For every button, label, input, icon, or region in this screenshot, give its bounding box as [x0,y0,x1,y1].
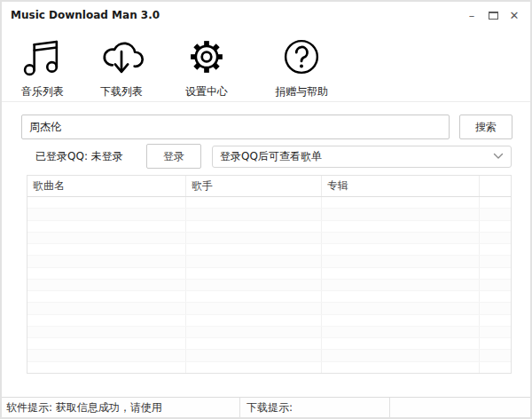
chevron-down-icon [493,153,504,160]
table-cell [186,303,322,313]
cloud-download-icon [97,32,146,82]
column-header-album[interactable]: 专辑 [322,176,480,196]
search-input[interactable] [21,115,450,139]
table-cell [322,233,480,243]
maximize-button[interactable] [482,2,504,28]
table-cell [480,221,511,232]
table-cell [322,362,480,373]
toolbar-item-label: 下载列表 [100,84,143,99]
window-title: Music Download Man 3.0 [11,2,160,28]
table-row[interactable] [27,209,511,220]
table-cell [27,303,186,313]
qq-login-status-label: 已登录QQ: 未登录 [35,145,123,168]
title-bar: Music Download Man 3.0 – ✕ [2,2,530,28]
table-row[interactable] [27,315,511,327]
table-row[interactable] [27,362,511,373]
app-window: Music Download Man 3.0 – ✕ 音乐列表 [0,0,532,419]
table-cell [480,197,511,208]
table-body [27,197,511,373]
table-cell [322,244,480,255]
playlist-dropdown-value: 登录QQ后可查看歌单 [220,150,322,162]
table-cell [480,268,511,279]
table-row[interactable] [27,327,511,338]
table-cell [186,256,322,266]
table-cell [186,338,322,349]
table-cell [27,233,186,243]
toolbar-item-music-list[interactable]: 音乐列表 [15,32,70,99]
table-cell [186,244,322,255]
table-cell [322,338,480,349]
help-circle-icon [277,32,326,82]
table-cell [322,197,480,208]
download-tip-text: 下载提示: [240,398,389,417]
table-cell [322,291,480,302]
table-cell [27,268,186,279]
table-cell [322,303,480,313]
table-row[interactable] [27,233,511,244]
close-button[interactable]: ✕ [504,2,525,28]
toolbar-item-download-list[interactable]: 下载列表 [94,32,149,99]
table-cell [186,362,322,373]
table-cell [480,256,511,266]
table-cell [27,197,186,208]
table-cell [186,350,322,360]
table-row[interactable] [27,338,511,350]
status-divider [389,398,390,417]
toolbar: 音乐列表 下载列表 [2,32,530,101]
table-row[interactable] [27,256,511,267]
table-cell [27,256,186,266]
table-cell [322,327,480,337]
table-row[interactable] [27,350,511,361]
table-cell [322,221,480,232]
table-cell [480,315,511,326]
table-cell [322,209,480,219]
status-bar: 软件提示: 获取信息成功，请使用 下载提示: [2,397,530,417]
table-row[interactable] [27,197,511,209]
table-cell [27,362,186,373]
column-header-artist[interactable]: 歌手 [186,176,322,196]
table-cell [27,221,186,232]
login-button[interactable]: 登录 [146,144,201,169]
table-cell [186,221,322,232]
table-cell [186,327,322,337]
table-cell [322,315,480,326]
software-tip-text: 软件提示: 获取信息成功，请使用 [2,398,239,417]
table-cell [480,350,511,360]
column-header-song-name[interactable]: 歌曲名 [27,176,186,196]
table-cell [186,280,322,290]
table-cell [27,280,186,290]
table-row[interactable] [27,244,511,256]
playlist-dropdown[interactable]: 登录QQ后可查看歌单 [212,146,512,168]
table-cell [480,338,511,349]
table-cell [27,244,186,255]
search-button[interactable]: 搜索 [459,115,512,139]
table-cell [27,338,186,349]
table-row[interactable] [27,303,511,314]
music-note-icon [18,32,67,82]
toolbar-divider [2,101,530,102]
table-cell [480,233,511,243]
toolbar-item-label: 音乐列表 [21,84,64,99]
table-header: 歌曲名 歌手 专辑 [27,176,511,197]
table-cell [27,350,186,360]
table-cell [186,315,322,326]
toolbar-item-help[interactable]: 捐赠与帮助 [269,32,334,99]
table-cell [322,280,480,290]
table-cell [186,197,322,208]
table-row[interactable] [27,280,511,291]
table-row[interactable] [27,221,511,233]
window-controls: – ✕ [461,2,525,28]
table-cell [186,209,322,219]
toolbar-item-label: 设置中心 [185,84,228,99]
minimize-button[interactable]: – [461,2,482,28]
table-cell [480,280,511,290]
table-row[interactable] [27,268,511,280]
maximize-icon [489,12,498,20]
table-cell [480,244,511,255]
table-row[interactable] [27,291,511,303]
table-cell [27,315,186,326]
column-header-extra[interactable] [480,176,511,196]
table-cell [27,291,186,302]
toolbar-item-settings[interactable]: 设置中心 [179,32,234,99]
table-cell [480,209,511,219]
